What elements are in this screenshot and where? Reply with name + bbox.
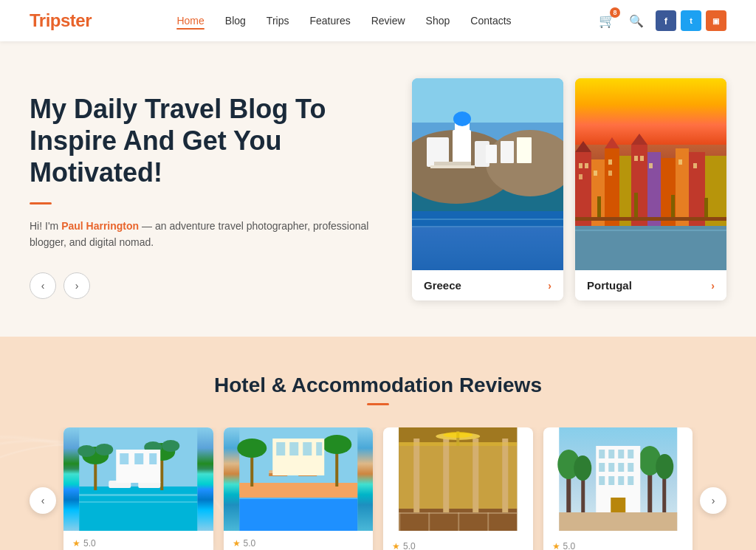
hero-desc-prefix: Hi! I'm	[30, 220, 61, 232]
svg-rect-71	[134, 453, 143, 464]
destination-card-greece[interactable]: Greece ›	[412, 78, 563, 300]
portugal-svg	[575, 78, 726, 270]
hero-prev-button[interactable]: ‹	[30, 272, 56, 299]
svg-rect-72	[149, 453, 157, 464]
svg-rect-121	[599, 463, 605, 472]
nav-trips[interactable]: Trips	[267, 15, 289, 27]
header-right: 🛒 8 🔍 f t ▣	[597, 10, 726, 31]
svg-rect-75	[239, 498, 357, 499]
logo-text: ster	[61, 10, 92, 30]
svg-point-66	[162, 440, 179, 452]
hotels-carousel: ‹	[30, 427, 726, 550]
svg-rect-22	[575, 230, 726, 231]
svg-rect-120	[628, 450, 633, 458]
nav-features[interactable]: Features	[309, 15, 350, 27]
svg-rect-58	[79, 501, 197, 503]
cart-button[interactable]: 🛒 8	[597, 10, 617, 31]
svg-rect-122	[608, 463, 614, 472]
svg-rect-76	[239, 483, 357, 498]
greece-arrow-icon: ›	[548, 280, 551, 292]
nav-contacts[interactable]: Contacts	[470, 15, 511, 27]
svg-rect-86	[276, 442, 285, 456]
svg-rect-16	[486, 145, 497, 163]
site-logo[interactable]: Tripster	[30, 10, 92, 31]
nav-blog[interactable]: Blog	[225, 15, 246, 27]
greece-svg	[412, 78, 563, 270]
facebook-link[interactable]: f	[656, 10, 676, 31]
svg-rect-57	[79, 494, 197, 496]
svg-rect-50	[671, 195, 675, 217]
destination-cards: Greece ›	[412, 78, 726, 300]
svg-rect-42	[678, 159, 682, 165]
svg-rect-49	[634, 193, 638, 217]
svg-rect-33	[579, 163, 583, 168]
portugal-arrow-icon: ›	[711, 280, 715, 292]
svg-rect-34	[585, 163, 588, 168]
carousel-next-button[interactable]: ›	[700, 487, 726, 514]
hotel-card-2[interactable]: ★ 5.0 Dana Longhaus Hotel	[224, 427, 374, 550]
svg-point-78	[237, 439, 267, 458]
hotel-3-stars: ★ 5.0	[392, 541, 524, 550]
svg-rect-19	[575, 78, 726, 145]
carousel-prev-button[interactable]: ‹	[30, 487, 56, 514]
hotel-3-rating: 5.0	[403, 541, 416, 550]
svg-point-111	[574, 456, 591, 481]
twitter-link[interactable]: t	[681, 10, 701, 31]
svg-rect-56	[79, 487, 197, 531]
accommodation-section: Hotel & Accommodation Reviews ‹	[0, 337, 756, 550]
svg-rect-74	[239, 494, 357, 531]
svg-rect-98	[487, 512, 489, 531]
portugal-name: Portugal	[587, 279, 632, 292]
svg-rect-97	[458, 512, 459, 531]
nav-home[interactable]: Home	[176, 15, 204, 27]
svg-rect-88	[303, 442, 312, 456]
hotel-card-1[interactable]: ★ 5.0 Windemere Hotel	[63, 427, 213, 550]
svg-point-105	[443, 432, 472, 438]
social-links: f t ▣	[656, 10, 726, 31]
instagram-link[interactable]: ▣	[706, 10, 726, 31]
nav-shop[interactable]: Shop	[426, 15, 450, 27]
main-nav: Home Blog Trips Features Review Shop Con…	[176, 15, 511, 27]
svg-rect-48	[597, 196, 601, 217]
hotel-card-3[interactable]: ★ 5.0 Ashdown Park Hotel	[383, 427, 533, 550]
destination-card-portugal[interactable]: Portugal ›	[575, 78, 726, 300]
svg-rect-40	[640, 156, 644, 161]
hero-next-button[interactable]: ›	[63, 272, 90, 299]
hotel-1-svg	[63, 427, 213, 531]
svg-rect-117	[599, 450, 605, 458]
svg-rect-26	[619, 156, 631, 226]
hotel-2-rating: 5.0	[244, 538, 256, 549]
svg-rect-125	[599, 476, 605, 485]
hotel-4-stars: ★ 5.0	[552, 541, 684, 550]
svg-rect-41	[649, 163, 653, 168]
svg-rect-7	[453, 130, 471, 167]
hotel-2-svg	[224, 427, 374, 531]
svg-rect-38	[608, 171, 612, 176]
portugal-image	[575, 78, 726, 270]
svg-point-62	[95, 444, 113, 456]
svg-rect-70	[120, 453, 128, 464]
svg-rect-123	[618, 463, 624, 472]
hotel-2-info: ★ 5.0 Dana Longhaus Hotel	[224, 531, 374, 550]
hotel-card-4[interactable]: ★ 5.0 Brassie de Gracia Hotel	[543, 427, 693, 550]
svg-rect-95	[399, 512, 400, 531]
svg-rect-18	[517, 137, 532, 163]
logo-accent: Trip	[30, 10, 61, 30]
search-button[interactable]: 🔍	[626, 10, 647, 31]
svg-rect-15	[412, 226, 563, 227]
greece-card-label: Greece ›	[412, 270, 563, 300]
svg-rect-20	[575, 219, 726, 270]
svg-rect-43	[693, 163, 697, 168]
svg-rect-118	[608, 450, 614, 458]
hotel-4-info: ★ 5.0 Brassie de Gracia Hotel	[543, 534, 693, 550]
hotel-4-svg	[543, 427, 693, 531]
svg-rect-96	[428, 512, 430, 531]
hotel-1-image	[63, 427, 213, 531]
nav-review[interactable]: Review	[371, 15, 405, 27]
hero-description: Hi! I'm Paul Harrington — an adventure t…	[30, 218, 382, 251]
svg-rect-129	[611, 498, 625, 512]
cart-badge: 8	[610, 7, 620, 18]
svg-point-115	[656, 454, 673, 479]
site-header: Tripster Home Blog Trips Features Review…	[0, 0, 756, 41]
svg-rect-128	[628, 476, 633, 485]
